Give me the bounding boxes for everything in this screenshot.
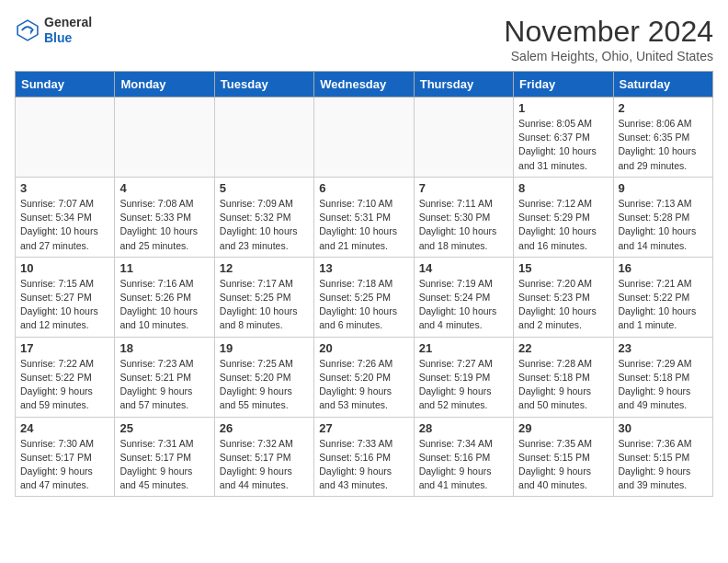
logo-general: General [44,15,92,29]
calendar-cell: 26Sunrise: 7:32 AM Sunset: 5:17 PM Dayli… [214,417,313,497]
day-number: 6 [319,181,408,195]
day-number: 29 [518,421,608,435]
day-number: 10 [20,261,109,275]
col-header-thursday: Thursday [414,72,513,98]
day-number: 15 [518,261,608,275]
day-info: Sunrise: 7:29 AM Sunset: 5:18 PM Dayligh… [619,357,708,413]
col-header-monday: Monday [115,72,214,98]
calendar-cell: 22Sunrise: 7:28 AM Sunset: 5:18 PM Dayli… [514,337,613,417]
calendar-cell: 16Sunrise: 7:21 AM Sunset: 5:22 PM Dayli… [613,257,712,337]
day-number: 3 [20,181,109,195]
col-header-sunday: Sunday [16,72,115,98]
day-info: Sunrise: 7:11 AM Sunset: 5:30 PM Dayligh… [419,197,508,253]
day-number: 1 [518,101,608,115]
calendar-cell: 18Sunrise: 7:23 AM Sunset: 5:21 PM Dayli… [115,337,214,417]
logo: General Blue [15,15,92,46]
day-number: 22 [518,341,608,355]
day-number: 5 [220,181,309,195]
day-info: Sunrise: 7:16 AM Sunset: 5:26 PM Dayligh… [119,277,209,333]
day-info: Sunrise: 7:33 AM Sunset: 5:16 PM Dayligh… [319,437,408,493]
day-info: Sunrise: 7:22 AM Sunset: 5:22 PM Dayligh… [20,357,109,413]
calendar-cell: 28Sunrise: 7:34 AM Sunset: 5:16 PM Dayli… [414,417,513,497]
calendar-cell [214,98,313,178]
day-number: 17 [20,341,109,355]
day-info: Sunrise: 7:18 AM Sunset: 5:25 PM Dayligh… [319,277,408,333]
calendar-cell: 10Sunrise: 7:15 AM Sunset: 5:27 PM Dayli… [16,257,115,337]
title-block: November 2024 Salem Heights, Ohio, Unite… [504,15,713,63]
calendar-cell: 2Sunrise: 8:06 AM Sunset: 6:35 PM Daylig… [613,98,712,178]
calendar-cell: 9Sunrise: 7:13 AM Sunset: 5:28 PM Daylig… [613,177,712,257]
calendar-cell: 29Sunrise: 7:35 AM Sunset: 5:15 PM Dayli… [514,417,613,497]
calendar-cell: 17Sunrise: 7:22 AM Sunset: 5:22 PM Dayli… [16,337,115,417]
day-info: Sunrise: 7:36 AM Sunset: 5:15 PM Dayligh… [619,437,708,493]
calendar-cell [16,98,115,178]
day-info: Sunrise: 7:19 AM Sunset: 5:24 PM Dayligh… [419,277,508,333]
location-title: Salem Heights, Ohio, United States [504,49,713,63]
calendar-table: SundayMondayTuesdayWednesdayThursdayFrid… [15,71,713,497]
calendar-cell: 12Sunrise: 7:17 AM Sunset: 5:25 PM Dayli… [214,257,313,337]
calendar-cell: 3Sunrise: 7:07 AM Sunset: 5:34 PM Daylig… [16,177,115,257]
calendar-cell: 11Sunrise: 7:16 AM Sunset: 5:26 PM Dayli… [115,257,214,337]
calendar-cell: 19Sunrise: 7:25 AM Sunset: 5:20 PM Dayli… [214,337,313,417]
day-number: 25 [119,421,209,435]
day-number: 13 [319,261,408,275]
calendar-week-1: 1Sunrise: 8:05 AM Sunset: 6:37 PM Daylig… [16,98,713,178]
calendar-cell: 30Sunrise: 7:36 AM Sunset: 5:15 PM Dayli… [613,417,712,497]
day-number: 19 [220,341,309,355]
day-info: Sunrise: 7:20 AM Sunset: 5:23 PM Dayligh… [518,277,608,333]
day-number: 14 [419,261,508,275]
day-info: Sunrise: 7:07 AM Sunset: 5:34 PM Dayligh… [20,197,109,253]
day-number: 16 [619,261,708,275]
day-number: 28 [419,421,508,435]
logo-text: General Blue [44,15,92,46]
day-number: 30 [619,421,708,435]
day-info: Sunrise: 8:05 AM Sunset: 6:37 PM Dayligh… [518,117,608,173]
day-number: 23 [619,341,708,355]
day-number: 24 [20,421,109,435]
calendar-header-row: SundayMondayTuesdayWednesdayThursdayFrid… [16,72,713,98]
day-info: Sunrise: 7:21 AM Sunset: 5:22 PM Dayligh… [619,277,708,333]
day-info: Sunrise: 7:09 AM Sunset: 5:32 PM Dayligh… [220,197,309,253]
day-info: Sunrise: 7:13 AM Sunset: 5:28 PM Dayligh… [619,197,708,253]
col-header-friday: Friday [514,72,613,98]
day-info: Sunrise: 7:28 AM Sunset: 5:18 PM Dayligh… [518,357,608,413]
logo-icon [15,17,40,43]
calendar-cell: 14Sunrise: 7:19 AM Sunset: 5:24 PM Dayli… [414,257,513,337]
day-number: 8 [518,181,608,195]
day-info: Sunrise: 7:27 AM Sunset: 5:19 PM Dayligh… [419,357,508,413]
day-number: 18 [119,341,209,355]
calendar-cell [314,98,414,178]
calendar-week-5: 24Sunrise: 7:30 AM Sunset: 5:17 PM Dayli… [16,417,713,497]
calendar-week-4: 17Sunrise: 7:22 AM Sunset: 5:22 PM Dayli… [16,337,713,417]
calendar-week-2: 3Sunrise: 7:07 AM Sunset: 5:34 PM Daylig… [16,177,713,257]
col-header-tuesday: Tuesday [214,72,313,98]
day-number: 26 [220,421,309,435]
calendar-cell: 13Sunrise: 7:18 AM Sunset: 5:25 PM Dayli… [314,257,414,337]
day-info: Sunrise: 7:08 AM Sunset: 5:33 PM Dayligh… [119,197,209,253]
day-info: Sunrise: 7:32 AM Sunset: 5:17 PM Dayligh… [220,437,309,493]
month-title: November 2024 [504,15,713,49]
day-info: Sunrise: 7:10 AM Sunset: 5:31 PM Dayligh… [319,197,408,253]
calendar-cell: 8Sunrise: 7:12 AM Sunset: 5:29 PM Daylig… [514,177,613,257]
calendar-cell: 6Sunrise: 7:10 AM Sunset: 5:31 PM Daylig… [314,177,414,257]
col-header-saturday: Saturday [613,72,712,98]
calendar-cell: 20Sunrise: 7:26 AM Sunset: 5:20 PM Dayli… [314,337,414,417]
calendar-cell: 15Sunrise: 7:20 AM Sunset: 5:23 PM Dayli… [514,257,613,337]
day-info: Sunrise: 7:35 AM Sunset: 5:15 PM Dayligh… [518,437,608,493]
day-info: Sunrise: 8:06 AM Sunset: 6:35 PM Dayligh… [619,117,708,173]
day-info: Sunrise: 7:25 AM Sunset: 5:20 PM Dayligh… [220,357,309,413]
col-header-wednesday: Wednesday [314,72,414,98]
logo-blue: Blue [44,30,72,45]
day-info: Sunrise: 7:23 AM Sunset: 5:21 PM Dayligh… [119,357,209,413]
day-number: 21 [419,341,508,355]
day-info: Sunrise: 7:12 AM Sunset: 5:29 PM Dayligh… [518,197,608,253]
day-info: Sunrise: 7:15 AM Sunset: 5:27 PM Dayligh… [20,277,109,333]
calendar-week-3: 10Sunrise: 7:15 AM Sunset: 5:27 PM Dayli… [16,257,713,337]
calendar-cell: 25Sunrise: 7:31 AM Sunset: 5:17 PM Dayli… [115,417,214,497]
day-number: 12 [220,261,309,275]
day-info: Sunrise: 7:17 AM Sunset: 5:25 PM Dayligh… [220,277,309,333]
calendar-cell: 21Sunrise: 7:27 AM Sunset: 5:19 PM Dayli… [414,337,513,417]
calendar-cell [414,98,513,178]
calendar-cell: 7Sunrise: 7:11 AM Sunset: 5:30 PM Daylig… [414,177,513,257]
day-number: 20 [319,341,408,355]
